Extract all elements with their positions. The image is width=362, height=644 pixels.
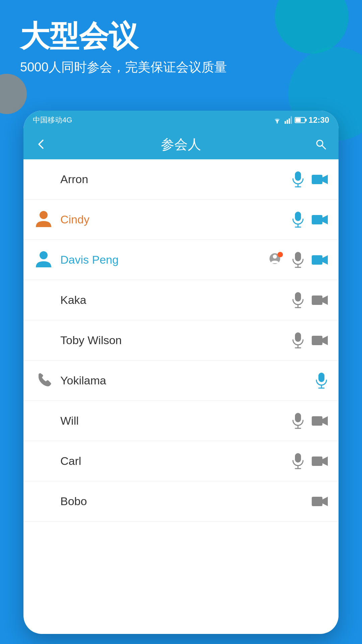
svg-rect-35 xyxy=(295,413,301,422)
svg-rect-31 xyxy=(312,336,322,345)
video-icon xyxy=(311,495,328,508)
participant-icons xyxy=(291,412,328,430)
video-icon xyxy=(311,213,328,226)
video-icon xyxy=(311,293,328,307)
svg-rect-4 xyxy=(291,116,292,124)
list-item[interactable]: Yokilama xyxy=(23,361,339,401)
participant-icons xyxy=(291,291,328,309)
status-right: 12:30 xyxy=(273,115,329,125)
svg-rect-39 xyxy=(295,453,301,463)
wifi-icon xyxy=(273,116,282,124)
mic-icon xyxy=(291,211,305,228)
participant-name: Yokilama xyxy=(60,374,314,387)
mic-icon xyxy=(291,251,305,269)
app-bar-title: 参会人 xyxy=(56,135,306,154)
mic-icon xyxy=(314,372,328,389)
svg-rect-7 xyxy=(295,171,301,181)
phone-mockup: 中国移动4G xyxy=(23,111,339,634)
video-icon xyxy=(311,414,328,428)
participant-name: Bobo xyxy=(60,495,311,508)
video-icon xyxy=(311,454,328,468)
back-button[interactable] xyxy=(33,136,50,153)
svg-point-19 xyxy=(278,252,283,257)
participant-list: Arron Cindy Davis Peng xyxy=(23,159,339,522)
participant-icons xyxy=(267,251,328,269)
mic-icon xyxy=(291,291,305,309)
svg-rect-1 xyxy=(285,121,286,124)
status-time: 12:30 xyxy=(309,115,329,125)
svg-rect-43 xyxy=(312,497,322,506)
participant-name: Carl xyxy=(60,454,291,468)
search-button[interactable] xyxy=(312,136,329,153)
video-icon xyxy=(311,253,328,267)
mic-icon xyxy=(291,332,305,349)
svg-line-6 xyxy=(322,145,325,149)
avatar-person-host xyxy=(35,210,53,230)
svg-point-16 xyxy=(40,251,48,259)
svg-rect-12 xyxy=(295,212,301,221)
participant-icons xyxy=(314,372,328,389)
battery-icon xyxy=(295,117,305,123)
status-icons xyxy=(273,116,305,124)
svg-point-18 xyxy=(273,255,277,259)
participant-name: Arron xyxy=(60,173,291,186)
status-bar: 中国移动4G xyxy=(23,111,339,129)
avatar-empty xyxy=(34,411,54,431)
bg-circle-left xyxy=(0,74,27,114)
participant-icons xyxy=(311,495,328,508)
participant-icons xyxy=(291,452,328,470)
list-item[interactable]: Will xyxy=(23,401,339,441)
header-section: 大型会议 5000人同时参会，完美保证会议质量 xyxy=(20,20,227,76)
carrier-text: 中国移动4G xyxy=(33,115,72,125)
mic-icon xyxy=(291,452,305,470)
avatar-online xyxy=(34,250,54,270)
list-item[interactable]: Arron xyxy=(23,159,339,200)
header-subtitle: 5000人同时参会，完美保证会议质量 xyxy=(20,59,227,76)
avatar-empty xyxy=(34,330,54,351)
list-item[interactable]: Cindy xyxy=(23,200,339,240)
svg-rect-28 xyxy=(295,332,301,342)
participant-icons xyxy=(291,171,328,188)
svg-rect-3 xyxy=(289,118,290,124)
svg-rect-10 xyxy=(312,175,322,184)
svg-rect-38 xyxy=(312,416,322,426)
svg-point-11 xyxy=(40,211,48,219)
bg-circle-top-right xyxy=(275,0,349,54)
avatar-empty xyxy=(34,169,54,190)
avatar-empty xyxy=(34,290,54,310)
svg-rect-42 xyxy=(312,457,322,466)
svg-rect-15 xyxy=(312,215,322,224)
list-item[interactable]: Kaka xyxy=(23,280,339,320)
mic-icon xyxy=(291,171,305,188)
avatar-phone xyxy=(34,371,54,391)
svg-rect-24 xyxy=(295,292,301,302)
participant-name: Will xyxy=(60,414,291,427)
list-item[interactable]: Davis Peng xyxy=(23,240,339,280)
participant-icons xyxy=(291,211,328,228)
avatar-person-online xyxy=(35,250,53,270)
participant-name: Toby Wilson xyxy=(60,334,291,347)
avatar-empty xyxy=(34,451,54,471)
svg-rect-32 xyxy=(318,373,324,382)
video-icon xyxy=(311,334,328,347)
participant-icons xyxy=(291,332,328,349)
svg-rect-27 xyxy=(312,296,322,305)
svg-point-0 xyxy=(277,122,278,123)
svg-rect-23 xyxy=(312,255,322,265)
header-title: 大型会议 xyxy=(20,20,227,53)
list-item[interactable]: Bobo xyxy=(23,481,339,522)
raise-hand-icon xyxy=(267,251,285,269)
signal-icon xyxy=(285,116,292,124)
participant-name: Cindy xyxy=(60,213,291,226)
svg-rect-2 xyxy=(287,120,288,124)
svg-rect-20 xyxy=(295,252,301,261)
mic-icon xyxy=(291,412,305,430)
participant-name: Davis Peng xyxy=(60,253,267,266)
avatar-phone xyxy=(35,371,53,391)
list-item[interactable]: Carl xyxy=(23,441,339,481)
avatar-empty xyxy=(34,491,54,512)
video-icon xyxy=(311,173,328,186)
avatar-host xyxy=(34,210,54,230)
list-item[interactable]: Toby Wilson xyxy=(23,320,339,361)
app-bar: 参会人 xyxy=(23,129,339,159)
